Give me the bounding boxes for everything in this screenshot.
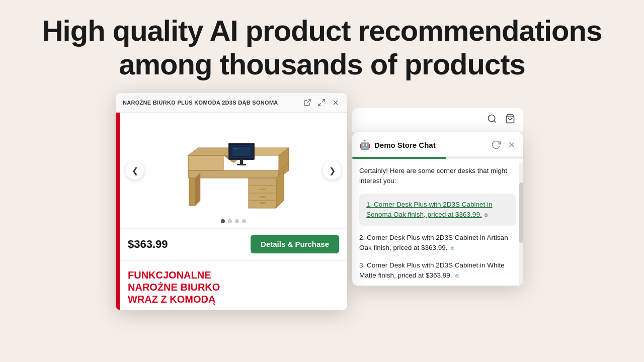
carousel-next-button[interactable]: ❯	[323, 161, 341, 179]
product-window-title: NAROŻNE BIURKO PLUS KOMODA 2D3S DĄB SONO…	[123, 100, 303, 106]
svg-rect-18	[260, 202, 266, 204]
product-window-body: ❮ ❯ $363.99 Details & Purchase	[116, 113, 347, 310]
scrollbar-thumb[interactable]	[519, 183, 523, 243]
product-window-header: NAROŻNE BIURKO PLUS KOMODA 2D3S DĄB SONO…	[116, 93, 347, 113]
svg-line-2	[318, 103, 321, 106]
expand-icon[interactable]	[317, 98, 326, 107]
store-search-icon[interactable]	[487, 114, 497, 126]
product-image-area	[120, 113, 347, 228]
carousel-dot-2[interactable]	[228, 219, 232, 223]
external-link-icon[interactable]	[303, 98, 312, 107]
svg-marker-5	[188, 170, 279, 178]
chat-external-link-icon-2[interactable]: ⎋	[451, 245, 454, 251]
product-window-controls	[303, 98, 340, 107]
right-panel: 🤖 Demo Store Chat	[342, 108, 528, 286]
svg-rect-16	[260, 189, 266, 190]
chat-message-3-text: 2. Corner Desk Plus with 2D3S Cabinet in…	[359, 234, 508, 251]
product-desc-line3: WRAZ Z KOMODĄ	[128, 293, 339, 305]
details-purchase-button[interactable]: Details & Purchase	[251, 235, 339, 253]
store-header	[352, 108, 523, 132]
hero-line2: among thousands of products	[0, 48, 644, 81]
scrollbar-track	[519, 162, 523, 286]
svg-line-0	[307, 100, 310, 103]
chat-message-3: 2. Corner Desk Plus with 2D3S Cabinet in…	[359, 233, 516, 253]
product-image	[168, 120, 299, 221]
product-carousel: ❮ ❯	[120, 113, 347, 228]
chat-header: 🤖 Demo Store Chat	[352, 132, 523, 157]
chat-window: 🤖 Demo Store Chat	[352, 132, 523, 286]
svg-rect-17	[260, 196, 266, 198]
main-content-area: NAROŻNE BIURKO PLUS KOMODA 2D3S DĄB SONO…	[116, 93, 528, 310]
carousel-dot-4[interactable]	[242, 219, 246, 223]
chat-message-4: 3. Corner Desk Plus with 2D3S Cabinet in…	[359, 260, 516, 281]
chat-emoji: 🤖	[359, 139, 370, 150]
svg-line-1	[322, 100, 325, 102]
product-desc-line1: FUNKCJONALNE	[128, 269, 339, 281]
carousel-prev-button[interactable]: ❮	[126, 161, 144, 179]
chat-message-1-text: Certainly! Here are some corner desks th…	[359, 167, 507, 185]
svg-rect-27	[240, 160, 243, 164]
chat-refresh-icon[interactable]	[491, 140, 501, 150]
carousel-dot-3[interactable]	[235, 219, 239, 223]
carousel-dot-1[interactable]	[221, 219, 225, 223]
chat-messages: Certainly! Here are some corner desks th…	[352, 159, 523, 286]
chat-message-2: 1. Corner Desk Plus with 2D3S Cabinet in…	[359, 194, 516, 226]
hero-section: High quality AI product recommendations …	[0, 0, 644, 81]
chat-header-controls	[491, 140, 516, 150]
chat-message-1: Certainly! Here are some corner desks th…	[359, 166, 516, 187]
svg-rect-28	[237, 164, 246, 165]
red-accent-bar	[116, 113, 120, 310]
product-desc-line2: NAROŻNE BIURKO	[128, 281, 339, 293]
chat-header-left: 🤖 Demo Store Chat	[359, 139, 436, 150]
svg-rect-29	[233, 148, 237, 149]
product-price: $363.99	[128, 238, 168, 251]
svg-rect-20	[189, 178, 195, 206]
svg-marker-21	[195, 173, 200, 206]
chat-title: Demo Store Chat	[374, 141, 436, 149]
hero-line1: High quality AI product recommendations	[0, 14, 644, 48]
product-content: ❮ ❯ $363.99 Details & Purchase	[120, 113, 347, 310]
svg-marker-6	[188, 155, 223, 170]
chat-message-2-text: 1. Corner Desk Plus with 2D3S Cabinet in…	[366, 201, 493, 218]
chat-external-link-icon-3[interactable]: ⎋	[455, 273, 459, 279]
svg-point-30	[489, 115, 495, 122]
product-window: NAROŻNE BIURKO PLUS KOMODA 2D3S DĄB SONO…	[116, 93, 347, 310]
svg-line-31	[494, 121, 496, 123]
chat-external-link-icon-1: ⎋	[485, 211, 488, 219]
chat-message-2-link[interactable]: 1. Corner Desk Plus with 2D3S Cabinet in…	[366, 201, 493, 218]
chat-message-4-text: 3. Corner Desk Plus with 2D3S Cabinet in…	[359, 261, 505, 279]
product-purchase-row: $363.99 Details & Purchase	[120, 228, 347, 260]
product-description: FUNKCJONALNE NAROŻNE BIURKO WRAZ Z KOMOD…	[120, 260, 347, 310]
chat-close-icon[interactable]	[507, 140, 516, 149]
close-window-icon[interactable]	[331, 98, 340, 107]
store-cart-icon[interactable]	[505, 114, 515, 126]
carousel-dots	[221, 219, 246, 223]
